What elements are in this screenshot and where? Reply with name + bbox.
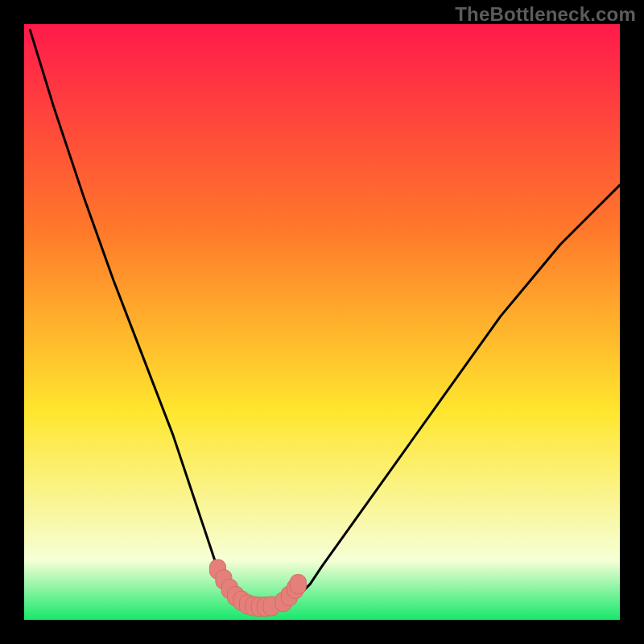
watermark-text: TheBottleneck.com (455, 3, 636, 26)
gradient-background (24, 24, 620, 620)
marker-point (290, 575, 306, 594)
plot-area (24, 24, 620, 620)
chart-frame: TheBottleneck.com (0, 0, 644, 644)
bottleneck-chart-svg (24, 24, 620, 620)
